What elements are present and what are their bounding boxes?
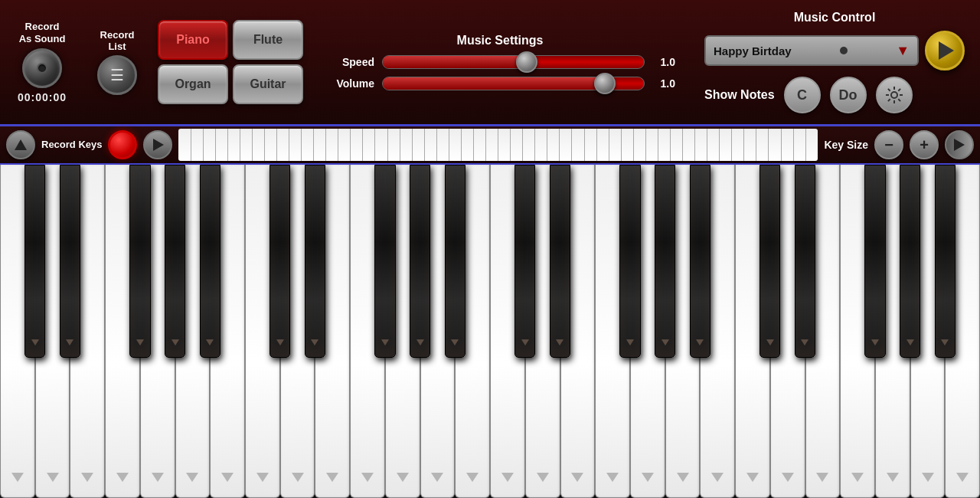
key-arrow-icon	[186, 473, 198, 482]
key-arrow-icon	[11, 473, 24, 482]
piano-wrapper	[0, 165, 980, 498]
volume-track[interactable]	[382, 77, 645, 90]
record-keys-button[interactable]	[108, 130, 137, 159]
black-key[interactable]	[550, 165, 570, 358]
black-key[interactable]	[900, 165, 920, 358]
piano-button[interactable]: Piano	[158, 20, 228, 60]
flute-button[interactable]: Flute	[233, 20, 303, 60]
svg-line-5	[887, 89, 890, 91]
svg-point-0	[891, 92, 897, 98]
record-sound-section: RecordAs Sound 00:00:00	[8, 21, 77, 103]
note-c-button[interactable]: C	[784, 77, 821, 113]
key-arrow-icon	[397, 473, 409, 482]
black-key[interactable]	[129, 165, 150, 358]
speed-track[interactable]	[382, 55, 645, 69]
keys-bar: Record Keys Key Size − +	[0, 126, 980, 165]
instrument-row-2: Organ Guitar	[158, 64, 303, 104]
key-arrow-icon	[361, 473, 374, 482]
key-arrow-icon	[221, 473, 234, 482]
speed-thumb[interactable]	[516, 51, 537, 73]
key-arrow-icon	[81, 473, 93, 482]
svg-line-7	[898, 89, 900, 91]
black-key[interactable]	[374, 165, 395, 358]
key-arrow-icon	[922, 473, 934, 482]
record-list-label: RecordList	[100, 29, 135, 52]
black-key[interactable]	[619, 165, 640, 358]
song-row: Happy Birtday ▼	[704, 31, 965, 70]
music-control-section: Music Control Happy Birtday ▼ Show Notes…	[697, 5, 972, 120]
guitar-button[interactable]: Guitar	[233, 64, 303, 104]
black-key[interactable]	[795, 165, 815, 358]
record-keys-label: Record Keys	[41, 139, 102, 151]
instrument-row: Piano Flute	[158, 20, 303, 60]
svg-line-8	[887, 99, 890, 101]
note-do-button[interactable]: Do	[830, 77, 867, 113]
key-arrow-icon	[677, 473, 689, 482]
key-arrow-icon	[746, 473, 759, 482]
speed-value: 1.0	[652, 56, 675, 68]
black-key[interactable]	[760, 165, 780, 358]
key-arrow-icon	[606, 473, 619, 482]
black-key[interactable]	[270, 165, 290, 358]
music-settings-section: Music Settings Speed 1.0 Volume 1.0	[309, 28, 691, 97]
scroll-right-button[interactable]	[945, 130, 974, 159]
black-key[interactable]	[445, 165, 466, 358]
record-list-section: RecordList ☰	[83, 29, 152, 95]
record-sound-knob[interactable]	[22, 48, 62, 88]
up-arrow-icon	[15, 139, 27, 150]
key-arrow-icon	[851, 473, 864, 482]
play-button[interactable]	[925, 31, 965, 70]
black-key[interactable]	[165, 165, 185, 358]
list-icon: ☰	[110, 66, 124, 84]
organ-button[interactable]: Organ	[158, 64, 228, 104]
key-arrow-icon	[956, 473, 969, 482]
right-arrow-icon	[954, 139, 965, 151]
speed-label: Speed	[325, 56, 374, 68]
black-key[interactable]	[514, 165, 535, 358]
song-dot	[840, 47, 848, 54]
key-size-increase-button[interactable]: +	[910, 130, 939, 159]
key-arrow-icon	[326, 473, 338, 482]
key-arrow-icon	[816, 473, 828, 482]
key-arrow-icon	[501, 473, 514, 482]
key-arrow-icon	[256, 473, 269, 482]
volume-label: Volume	[325, 77, 374, 90]
key-arrow-icon	[116, 473, 129, 482]
black-key[interactable]	[410, 165, 430, 358]
black-key[interactable]	[655, 165, 675, 358]
show-notes-label: Show Notes	[704, 88, 775, 102]
play-keys-button[interactable]	[143, 130, 172, 159]
key-size-decrease-button[interactable]: −	[874, 130, 903, 159]
key-arrow-icon	[537, 473, 549, 482]
record-list-knob[interactable]: ☰	[97, 55, 137, 95]
key-arrow-icon	[152, 473, 164, 482]
key-size-label: Key Size	[824, 139, 868, 151]
song-dropdown[interactable]: Happy Birtday ▼	[704, 35, 919, 66]
volume-thumb[interactable]	[594, 73, 616, 94]
music-settings-title: Music Settings	[457, 34, 544, 48]
volume-row: Volume 1.0	[325, 77, 675, 90]
note-extra-button[interactable]	[876, 77, 913, 113]
chevron-down-icon: ▼	[896, 43, 910, 59]
key-arrow-icon	[466, 473, 479, 482]
volume-value: 1.0	[652, 77, 675, 90]
scroll-up-button[interactable]	[6, 130, 35, 159]
settings-icon	[886, 87, 903, 103]
svg-line-6	[898, 99, 900, 101]
black-key[interactable]	[60, 165, 80, 358]
mini-keyboard	[178, 129, 818, 161]
black-key[interactable]	[24, 165, 45, 358]
key-arrow-icon	[642, 473, 654, 482]
black-key[interactable]	[305, 165, 325, 358]
record-sound-label: RecordAs Sound	[19, 21, 66, 44]
speed-fill	[383, 56, 527, 68]
black-key[interactable]	[200, 165, 220, 358]
black-key[interactable]	[935, 165, 956, 358]
timer-display: 00:00:00	[18, 91, 67, 103]
black-key[interactable]	[864, 165, 885, 358]
notes-row: Show Notes C Do	[704, 77, 965, 113]
black-key[interactable]	[690, 165, 710, 358]
top-bar: RecordAs Sound 00:00:00 RecordList ☰ Pia…	[0, 0, 980, 126]
key-arrow-icon	[711, 473, 724, 482]
piano-section	[0, 165, 980, 498]
